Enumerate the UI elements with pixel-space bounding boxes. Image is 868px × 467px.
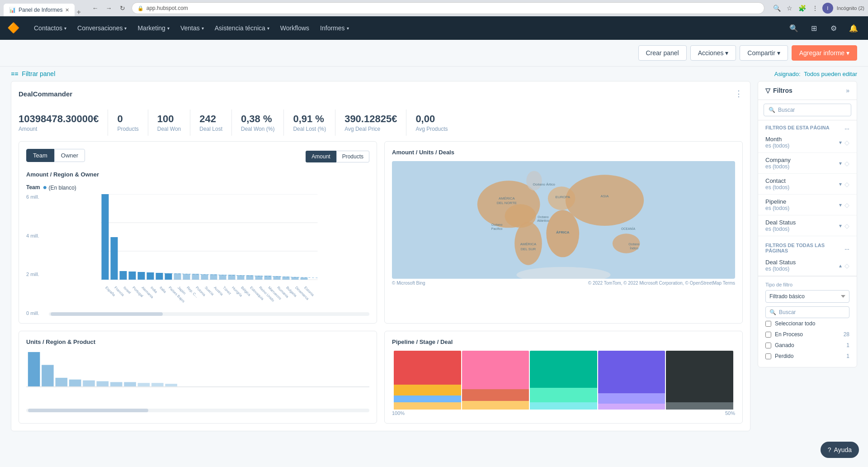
filter-deal-status-exp-remove[interactable]: ◇ [844,262,849,269]
stat-deal-lost-pct: 0,91 % Deal Lost (%) [284,110,335,136]
filter-item-company: Company es (todos) ▾ ◇ [758,153,857,174]
charts-row: Team Owner Amount Products Amount / Regi… [19,141,743,324]
svg-rect-10 [156,273,163,280]
assigned-value[interactable]: Todos pueden editar [804,71,857,77]
nav-marketing[interactable]: Marketing ▾ [132,21,175,35]
chart1-scrollbar-track[interactable] [49,312,369,316]
tab-close-btn[interactable]: ✕ [65,7,69,13]
filter-type-select[interactable]: Filtrado básico [765,290,849,303]
pipeline-y-50: 50% [725,410,735,416]
filter-item-pipeline-left: Pipeline es (todos) [765,198,839,211]
chart-tab-owner[interactable]: Owner [54,149,85,162]
assigned-label: Asignado: Todos pueden editar [774,71,857,77]
filter-section-this-page-dots[interactable]: … [844,125,849,130]
filter-option-ganado[interactable]: Ganado 1 [765,340,849,351]
widget-menu-button[interactable]: ⋮ [735,89,743,99]
nav-informes[interactable]: Informes ▾ [315,21,354,35]
filter-deal-status-chevron[interactable]: ▾ [839,223,842,229]
hubspot-logo: 🔶 [7,22,19,34]
stat-amount-label: Amount [19,126,99,132]
map-container: Océano Ártico AMÉRICA DEL NORTE EUROPA A… [392,161,735,279]
nav-asistencia[interactable]: Asistencia técnica ▾ [209,21,275,35]
filter-search-input[interactable]: 🔍 Buscar [764,104,851,116]
nav-workflows[interactable]: Workflows [275,21,315,35]
forward-button[interactable]: → [104,3,114,14]
refresh-button[interactable]: ↻ [117,3,128,14]
nav-ventas[interactable]: Ventas ▾ [175,21,209,35]
filter-icon: ≡≡ [11,70,18,77]
pipeline-bar-5-seg2 [666,402,733,410]
pipeline-bar-2-seg2 [462,389,529,401]
filter-deal-status-exp-name: Deal Status [765,259,839,266]
pipeline-bar-4 [598,351,665,410]
nav-conversaciones[interactable]: Conversaciones ▾ [72,21,132,35]
pipeline-bar-2 [462,351,529,410]
new-tab-button[interactable]: + [75,8,82,16]
filter-option-en-proceso[interactable]: En Proceso 28 [765,329,849,340]
settings-nav-button[interactable]: ⚙ [826,21,841,35]
svg-text:Océano: Océano [628,243,639,246]
filter-pipeline-remove[interactable]: ◇ [844,201,849,209]
svg-rect-87 [165,384,177,386]
filter-deal-status-exp-value: es (todos) [765,266,839,272]
help-button[interactable]: ? Ayuda [821,442,859,442]
filter-en-proceso-checkbox[interactable] [765,332,771,338]
browser-tab-active[interactable]: 📊 Panel de Informes ✕ [4,4,75,16]
zoom-button[interactable]: 🔍 [772,3,783,14]
filter-panel-toggle[interactable]: ≡≡ Filtrar panel [11,70,55,77]
apps-button[interactable]: ⊞ [807,21,821,35]
filter-select-all-checkbox[interactable] [765,321,771,327]
address-bar[interactable]: 🔒 app.hubspot.com [132,2,764,14]
filters-title: ▽ Filtros [765,87,793,94]
profile-button[interactable]: I [822,3,833,14]
filter-deal-status-exp-chevron[interactable]: ▴ [839,262,842,269]
svg-text:EUROPA: EUROPA [556,195,571,199]
filter-option-perdido[interactable]: Perdido 1 [765,351,849,362]
svg-rect-7 [129,272,136,280]
share-button[interactable]: Compartir ▾ [740,45,788,61]
filter-search-mini[interactable]: 🔍 Buscar [765,306,849,318]
settings-button[interactable]: ⋮ [810,3,821,14]
filter-contact-chevron[interactable]: ▾ [839,181,842,187]
filters-expand-button[interactable]: » [846,87,849,94]
nav-informes-label: Informes [320,24,344,32]
filter-pipeline-value: es (todos) [765,205,839,211]
filter-month-remove[interactable]: ◇ [844,139,849,146]
svg-rect-85 [138,383,150,386]
chart3-svg [26,335,369,421]
stat-avg-products-label: Avg Products [415,126,448,132]
stat-avg-deal-price: 390.12825€ Avg Deal Price [335,110,406,136]
bookmark-button[interactable]: ☆ [784,3,795,14]
svg-rect-14 [192,274,199,280]
chart-tab-team[interactable]: Team [26,149,54,162]
filter-month-chevron[interactable]: ▾ [839,139,842,146]
filter-deal-status-remove[interactable]: ◇ [844,222,849,229]
create-panel-button[interactable]: Crear panel [638,45,687,61]
chart-team-owner-tabs: Team Owner [26,149,85,162]
filter-select-all-option[interactable]: Seleccionar todo [765,318,849,329]
incognito-label: Incógnito (2) [837,5,864,11]
back-button[interactable]: ← [90,3,101,14]
actions-button[interactable]: Acciones ▾ [690,45,736,61]
add-report-button[interactable]: Agregar informe ▾ [792,45,857,61]
lock-icon: 🔒 [137,5,144,11]
chart1-scrollbar-thumb[interactable] [51,312,163,316]
filter-contact-remove[interactable]: ◇ [844,181,849,188]
search-nav-button[interactable]: 🔍 [787,21,801,35]
nav-contactos[interactable]: Contactos ▾ [28,21,72,35]
extension-button[interactable]: 🧩 [797,3,808,14]
filter-item-contact: Contact es (todos) ▾ ◇ [758,174,857,195]
toggle-tab-products[interactable]: Products [336,151,369,162]
filter-ganado-checkbox[interactable] [765,343,771,348]
pipeline-bar-3 [530,351,597,410]
svg-rect-83 [110,382,123,386]
filter-perdido-checkbox[interactable] [765,353,771,359]
filter-company-chevron[interactable]: ▾ [839,160,842,167]
pipeline-bar-1-seg1 [394,351,461,385]
notifications-button[interactable]: 🔔 [846,21,861,35]
filter-company-remove[interactable]: ◇ [844,160,849,167]
filter-pipeline-chevron[interactable]: ▾ [839,202,842,208]
toggle-tab-amount[interactable]: Amount [306,151,336,162]
filter-section-all-pages-dots[interactable]: … [844,245,849,251]
filter-search-mini-placeholder: Buscar [779,309,796,315]
